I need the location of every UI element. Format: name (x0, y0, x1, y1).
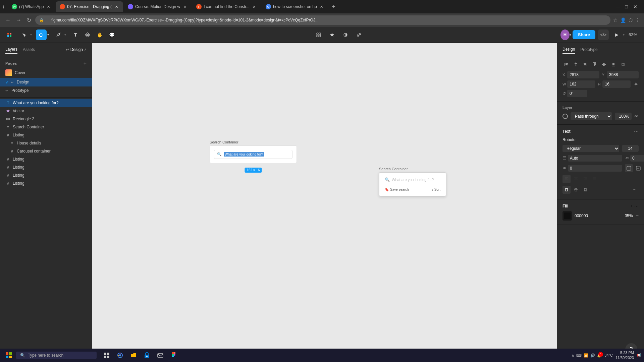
search-text-element[interactable]: What are you looking for? (224, 152, 264, 157)
search-input-row[interactable]: 🔍 What are you looking for? (214, 150, 292, 159)
extensions-icon[interactable]: ⬡ (629, 17, 633, 23)
tray-network[interactable]: 📶 (584, 353, 588, 358)
x-input[interactable] (567, 71, 599, 78)
taskbar-file-explorer[interactable] (127, 349, 140, 361)
align-center-h[interactable] (572, 60, 580, 68)
canvas-search-container[interactable]: Search Container 🔍 What are you looking … (210, 140, 297, 165)
search-input-row2[interactable]: 🔍 What are you looking for? (383, 176, 442, 183)
fill-hex-value[interactable]: 000000 (575, 214, 617, 218)
canvas-search-container2[interactable]: Search Container 🔍 What are you looking … (379, 167, 446, 196)
tab-google[interactable]: G how to screenshot on hp ✕ (262, 1, 328, 12)
text-align-center[interactable] (572, 175, 580, 183)
clock[interactable]: 5:23 PM 11/30/2023 (615, 350, 634, 361)
close-button[interactable]: ✕ (633, 4, 637, 9)
fill-opacity-value[interactable]: 35% (620, 214, 633, 218)
bookmark-icon[interactable]: ☆ (613, 17, 618, 23)
layer-listing3[interactable]: # Listing (0, 163, 92, 171)
tray-sound[interactable]: 🔊 (590, 353, 595, 358)
user-avatar-container[interactable]: H ▾ (560, 29, 571, 40)
sort-button[interactable]: ↕ Sort (432, 188, 440, 191)
add-page-button[interactable]: + (84, 60, 87, 66)
taskbar-store[interactable] (141, 349, 153, 361)
fill-color-swatch[interactable] (562, 211, 572, 221)
layer-what-text[interactable]: T What are you looking for? (0, 99, 92, 107)
distribute-h[interactable] (619, 60, 627, 68)
align-top[interactable] (591, 60, 599, 68)
move-tool[interactable] (19, 29, 30, 40)
line-height-input[interactable] (568, 155, 622, 162)
letter-spacing-input[interactable] (630, 155, 644, 162)
text-valign-top[interactable] (562, 186, 571, 194)
back-button[interactable]: ← (4, 16, 12, 24)
h-input[interactable] (602, 80, 631, 88)
text-align-left[interactable] (562, 175, 571, 183)
tab-figma-exercise[interactable]: F 07. Exercise - Dragging ( ✕ (56, 1, 123, 12)
minimize-button[interactable]: ─ (616, 4, 620, 9)
align-left[interactable] (562, 60, 571, 68)
opacity-input[interactable] (615, 113, 632, 120)
search-frame[interactable]: 🔍 What are you looking for? (210, 145, 297, 163)
settings-icon[interactable]: ⋮ (635, 17, 640, 23)
align-bottom[interactable] (609, 60, 618, 68)
tab-close-motion[interactable]: ✕ (182, 4, 187, 9)
text-more-options[interactable]: ⋯ (631, 186, 639, 194)
fill-remove-btn[interactable]: − (636, 213, 639, 219)
share-button[interactable]: Share (573, 30, 595, 39)
layer-listing2[interactable]: # Listing (0, 155, 92, 163)
play-dropdown[interactable]: ▾ (623, 33, 625, 37)
frame-tool[interactable] (36, 29, 47, 40)
font-style-select[interactable]: Regular Bold Italic Light (562, 145, 619, 152)
layer-rectangle2[interactable]: Rectangle 2 (0, 115, 92, 123)
layer-listing4[interactable]: # Listing (0, 171, 92, 179)
taskbar-task-view[interactable] (101, 349, 113, 361)
tab-whatsapp[interactable]: W (7) WhatsApp ✕ (8, 1, 55, 12)
right-tab-prototype[interactable]: Prototype (580, 46, 597, 53)
tab-assets[interactable]: Assets (23, 46, 35, 53)
hand-tool[interactable]: ✋ (94, 29, 105, 40)
component-tool[interactable] (82, 29, 93, 40)
tray-weather[interactable]: 34°C (604, 353, 613, 357)
layer-house-details[interactable]: ≡ House details (0, 139, 92, 147)
contrast-tool[interactable] (340, 29, 351, 40)
frame-tool-dropdown[interactable]: ▾ (47, 33, 49, 37)
tab-close-figma[interactable]: ✕ (114, 4, 119, 9)
paint-tool[interactable] (327, 29, 337, 40)
page-item-prototype[interactable]: ↩ Prototype (0, 86, 92, 95)
canvas-area[interactable]: Search Container 🔍 What are you looking … (92, 43, 557, 362)
taskbar-chrome[interactable] (114, 349, 126, 361)
fill-add-btn[interactable]: + (630, 203, 633, 208)
move-tool-dropdown[interactable]: ▾ (30, 33, 32, 37)
tab-close-find[interactable]: ✕ (252, 4, 257, 9)
page-item-design[interactable]: ✓ ↩ Design (0, 78, 92, 86)
tab-close-whatsapp[interactable]: ✕ (46, 4, 51, 9)
save-search-btn[interactable]: 🔖 Save search (385, 188, 409, 191)
layer-vector[interactable]: Vector (0, 107, 92, 115)
maximize-button[interactable]: □ (625, 4, 628, 9)
comment-tool[interactable]: 💬 (106, 29, 117, 40)
search-frame2[interactable]: 🔍 What are you looking for? 🔖 Save searc… (379, 172, 446, 196)
pen-tool[interactable] (53, 29, 64, 40)
play-button[interactable]: ▶ (611, 29, 622, 40)
address-field[interactable]: 🔒 (35, 15, 610, 25)
text-overflow-btn[interactable] (625, 164, 633, 172)
layer-carousel[interactable]: # Carousel container (0, 147, 92, 155)
rotation-input[interactable] (567, 90, 587, 97)
tray-action-center[interactable]: 📢 (637, 353, 641, 358)
text-valign-bottom[interactable] (581, 186, 589, 194)
window-prev-btn[interactable]: ⟨ (3, 4, 4, 9)
zoom-level[interactable]: 63% (626, 31, 640, 39)
tab-layers[interactable]: Layers (5, 46, 17, 54)
text-align-right[interactable] (581, 175, 589, 183)
design-dropdown[interactable]: ∧ (84, 48, 87, 51)
new-tab-button[interactable]: + (329, 2, 338, 11)
font-size-input[interactable] (622, 145, 639, 152)
paragraph-spacing-input[interactable] (568, 165, 622, 172)
figma-menu-button[interactable] (4, 29, 15, 40)
profile-icon[interactable]: 👤 (620, 17, 626, 23)
blend-mode-select[interactable]: Pass through Normal Multiply Screen (571, 112, 612, 120)
tray-keyboard[interactable]: ⌨ (576, 353, 582, 358)
layer-search-container[interactable]: ≡ Search Container (0, 123, 92, 131)
text-more-btn[interactable]: ⋯ (634, 129, 639, 134)
tab-figma-find[interactable]: F I can not find the Constr... ✕ (192, 1, 261, 12)
code-button[interactable]: </> (598, 29, 609, 40)
